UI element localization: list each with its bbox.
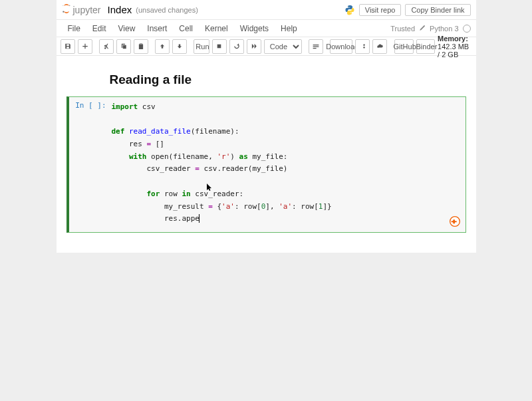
menu-widgets[interactable]: Widgets	[234, 21, 275, 36]
add-cell-button[interactable]	[78, 39, 92, 54]
toolbar: Run Code Download Git	[57, 37, 476, 56]
copy-button[interactable]	[116, 39, 131, 54]
markdown-cell[interactable]: Reading a file	[66, 66, 466, 96]
notebook-area: Reading a file In [ ]: import csv def re…	[57, 56, 476, 253]
memory-value: 142.3 MB / 2 GB	[438, 43, 469, 59]
app-window: jupyter Index (unsaved changes) Visit re…	[57, 0, 476, 253]
heading: Reading a file	[110, 72, 466, 87]
trusted-label: Trusted	[390, 25, 415, 33]
move-down-button[interactable]	[172, 39, 187, 54]
save-button[interactable]	[61, 39, 75, 54]
notebook-name[interactable]: Index	[108, 4, 132, 15]
restart-run-all-button[interactable]	[247, 39, 261, 54]
run-button-label: Run	[196, 43, 209, 51]
interrupt-button[interactable]	[212, 39, 227, 54]
svg-rect-4	[313, 45, 319, 45]
menu-help[interactable]: Help	[275, 21, 303, 36]
cut-button[interactable]	[99, 39, 114, 54]
edit-pencil-icon[interactable]	[419, 25, 426, 33]
restart-button[interactable]	[229, 39, 244, 54]
svg-point-1	[63, 11, 64, 13]
python-icon	[344, 5, 355, 15]
jupyter-logo-text: jupyter	[73, 5, 101, 15]
menu-file[interactable]: File	[62, 21, 86, 36]
command-palette-button[interactable]	[309, 39, 323, 54]
replit-icon	[450, 216, 460, 227]
download-button-label: Download	[326, 43, 358, 51]
input-prompt: In [ ]:	[69, 97, 109, 232]
cloud-button[interactable]	[372, 39, 387, 54]
code-editor[interactable]: import csv def read_data_file(filename):…	[109, 97, 466, 232]
notebook-status: (unsaved changes)	[136, 6, 198, 14]
memory-label: Memory:	[438, 35, 468, 43]
code-cell[interactable]: In [ ]: import csv def read_data_file(fi…	[66, 96, 466, 233]
github-button-label: GitHub	[394, 43, 416, 51]
kernel-status-icon	[463, 25, 471, 33]
kernel-name[interactable]: Python 3	[430, 25, 458, 33]
binder-button-label: Binder	[416, 43, 438, 51]
jupyter-logo[interactable]: jupyter	[62, 4, 101, 15]
download-button[interactable]: Download	[330, 39, 352, 54]
menu-insert[interactable]: Insert	[141, 21, 173, 36]
binder-button[interactable]: Binder	[416, 39, 435, 54]
run-button[interactable]: Run	[194, 39, 209, 54]
copy-binder-link-button[interactable]: Copy Binder link	[405, 4, 470, 16]
share-button[interactable]	[355, 39, 370, 54]
menu-edit[interactable]: Edit	[86, 21, 112, 36]
menu-view[interactable]: View	[112, 21, 142, 36]
menu-kernel[interactable]: Kernel	[199, 21, 234, 36]
svg-point-0	[68, 5, 70, 7]
paste-button[interactable]	[134, 39, 148, 54]
github-button[interactable]: GitHub	[394, 39, 414, 54]
cell-type-select[interactable]: Code	[264, 39, 302, 54]
menu-bar: File Edit View Insert Cell Kernel Widget…	[57, 20, 476, 37]
jupyter-logo-icon	[62, 4, 71, 15]
move-up-button[interactable]	[155, 39, 170, 54]
svg-rect-3	[217, 45, 221, 49]
svg-rect-5	[313, 47, 319, 47]
visit-repo-button[interactable]: Visit repo	[359, 4, 402, 16]
menu-cell[interactable]: Cell	[173, 21, 199, 36]
header-bar: jupyter Index (unsaved changes) Visit re…	[57, 0, 476, 20]
svg-point-2	[63, 5, 63, 6]
svg-rect-6	[313, 48, 317, 49]
